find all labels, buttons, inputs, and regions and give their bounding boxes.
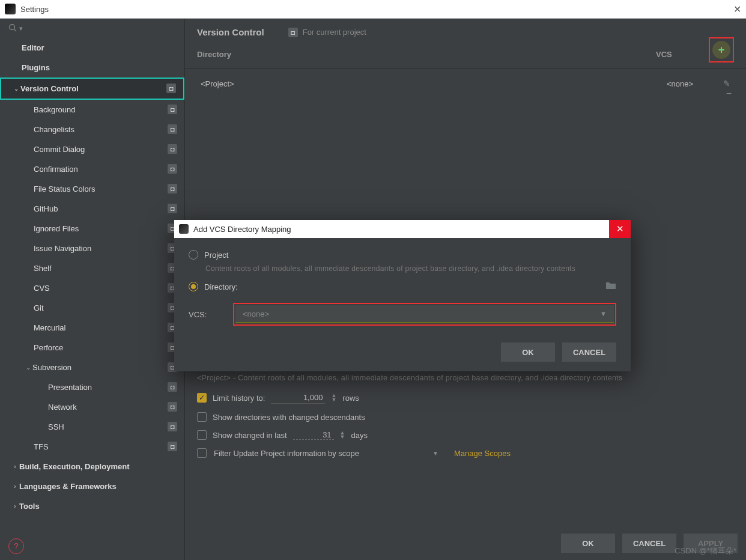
- sidebar-item-label: Network: [48, 403, 77, 412]
- sidebar-item-tfs[interactable]: TFS◘: [0, 437, 184, 457]
- sidebar-item-ssh[interactable]: SSH◘: [0, 417, 184, 437]
- sidebar-item-label: Changelists: [34, 125, 74, 134]
- svg-line-1: [14, 29, 17, 31]
- sidebar-item-confirmation[interactable]: Confirmation◘: [0, 159, 184, 179]
- sidebar-items: EditorPlugins⌄Version Control◘Background…: [0, 38, 184, 532]
- sidebar-item-background[interactable]: Background◘: [0, 100, 184, 120]
- limit-history-input[interactable]: [271, 392, 325, 404]
- apply-button[interactable]: APPLY: [684, 534, 738, 553]
- filter-checkbox[interactable]: [197, 448, 207, 458]
- sidebar-item-plugins[interactable]: Plugins: [0, 58, 184, 78]
- window-title: Settings: [20, 5, 49, 14]
- sidebar-item-label: File Status Colors: [34, 184, 96, 193]
- sidebar-item-languages-frameworks[interactable]: ›Languages & Frameworks: [0, 476, 184, 496]
- sidebar-item-label: Version Control: [20, 84, 79, 93]
- help-button[interactable]: ?: [8, 538, 24, 554]
- modal-logo-icon: [179, 224, 189, 234]
- project-radio-row[interactable]: Project: [189, 250, 616, 260]
- sidebar-item-changelists[interactable]: Changelists◘: [0, 120, 184, 139]
- remove-mapping-button[interactable]: −: [726, 88, 732, 99]
- sidebar-item-editor[interactable]: Editor: [0, 38, 184, 58]
- vcs-table-row[interactable]: <Project> <none> ✎: [185, 69, 746, 98]
- limit-history-row: ✓ Limit history to: ▲▼ rows: [197, 392, 734, 404]
- sidebar-item-cvs[interactable]: CVS◘: [0, 278, 184, 298]
- limit-history-checkbox[interactable]: ✓: [197, 393, 207, 403]
- sidebar-item-file-status-colors[interactable]: File Status Colors◘: [0, 179, 184, 199]
- show-changed-input[interactable]: 31: [293, 430, 334, 440]
- for-project-label: ◘ For current project: [288, 28, 366, 37]
- main-area: ▾ EditorPlugins⌄Version Control◘Backgrou…: [0, 19, 746, 560]
- sidebar-item-build-execution-deployment[interactable]: ›Build, Execution, Deployment: [0, 457, 184, 476]
- project-scope-icon: ◘: [166, 84, 176, 93]
- sidebar-item-label: Shelf: [34, 264, 52, 273]
- chevron-down-icon: ▼: [600, 310, 607, 317]
- directory-radio[interactable]: [189, 282, 198, 291]
- sidebar-item-github[interactable]: GitHub◘: [0, 199, 184, 219]
- sidebar-item-perforce[interactable]: Perforce◘: [0, 338, 184, 358]
- scope-dropdown-icon[interactable]: ▼: [432, 450, 438, 457]
- modal-titlebar: Add VCS Directory Mapping ✕: [174, 220, 631, 238]
- show-changed-checkbox[interactable]: [197, 430, 207, 440]
- vcs-select-row: VCS: <none> ▼: [189, 303, 616, 326]
- sidebar-item-ignored-files[interactable]: Ignored Files◘: [0, 219, 184, 239]
- sidebar-item-network[interactable]: Network◘: [0, 397, 184, 417]
- project-radio[interactable]: [189, 250, 198, 260]
- column-directory: Directory: [197, 50, 656, 59]
- cancel-button[interactable]: CANCEL: [622, 534, 676, 553]
- sidebar-item-mercurial[interactable]: Mercurial◘: [0, 318, 184, 338]
- show-descendants-row: Show directories with changed descendant…: [197, 412, 734, 422]
- folder-icon[interactable]: [605, 281, 616, 292]
- modal-close-button[interactable]: ✕: [609, 220, 631, 238]
- project-scope-icon: ◘: [168, 422, 177, 431]
- modal-ok-button[interactable]: OK: [501, 342, 555, 362]
- add-mapping-button[interactable]: +: [712, 41, 730, 59]
- limit-stepper[interactable]: ▲▼: [331, 394, 336, 402]
- sidebar-search[interactable]: ▾: [0, 19, 184, 38]
- sidebar-item-label: Presentation: [48, 383, 92, 392]
- chevron-icon: ⌄: [24, 364, 32, 371]
- filter-label: Filter Update Project information by sco…: [214, 449, 359, 458]
- window-titlebar: Settings ✕: [0, 0, 746, 19]
- project-scope-icon: ◘: [168, 204, 177, 213]
- dialog-footer: OK CANCEL APPLY: [561, 534, 738, 553]
- chevron-icon: ⌄: [12, 85, 20, 92]
- sidebar-item-label: Subversion: [32, 363, 71, 372]
- sidebar-item-label: Commit Dialog: [34, 145, 85, 154]
- row-directory: <Project>: [201, 79, 667, 88]
- project-scope-icon: ◘: [168, 402, 177, 412]
- manage-scopes-link[interactable]: Manage Scopes: [454, 449, 511, 458]
- days-stepper[interactable]: ▲▼: [340, 431, 345, 439]
- ok-button[interactable]: OK: [561, 534, 615, 553]
- chevron-icon: ›: [11, 503, 19, 510]
- sidebar-item-label: SSH: [48, 422, 64, 431]
- vcs-select[interactable]: <none> ▼: [235, 305, 614, 323]
- sidebar-item-label: Mercurial: [34, 323, 65, 332]
- sidebar-item-tools[interactable]: ›Tools: [0, 496, 184, 516]
- window-close-icon[interactable]: ✕: [733, 4, 741, 15]
- project-scope-icon: ◘: [168, 184, 177, 193]
- limit-unit: rows: [342, 394, 359, 403]
- sidebar-item-label: Tools: [19, 502, 40, 511]
- chevron-icon: ›: [11, 463, 19, 470]
- show-descendants-checkbox[interactable]: [197, 412, 207, 422]
- sidebar-item-label: CVS: [34, 284, 50, 293]
- sidebar-item-label: Plugins: [22, 63, 50, 72]
- add-button-highlight: +: [709, 37, 734, 62]
- sidebar-item-label: Ignored Files: [34, 224, 79, 233]
- sidebar-item-git[interactable]: Git◘: [0, 298, 184, 318]
- edit-icon[interactable]: ✎: [723, 79, 730, 88]
- sidebar-item-shelf[interactable]: Shelf◘: [0, 258, 184, 278]
- vcs-select-value: <none>: [243, 309, 269, 318]
- add-vcs-modal: Add VCS Directory Mapping ✕ Project Cont…: [174, 220, 631, 371]
- project-scope-icon: ◘: [168, 382, 177, 392]
- directory-radio-row[interactable]: Directory:: [189, 281, 616, 292]
- show-descendants-label: Show directories with changed descendant…: [213, 413, 365, 422]
- modal-cancel-button[interactable]: CANCEL: [562, 342, 616, 362]
- project-scope-icon: ◘: [168, 105, 177, 114]
- sidebar-item-subversion[interactable]: ⌄Subversion◘: [0, 358, 184, 377]
- sidebar-item-presentation[interactable]: Presentation◘: [0, 377, 184, 397]
- sidebar-item-issue-navigation[interactable]: Issue Navigation◘: [0, 239, 184, 258]
- sidebar-item-commit-dialog[interactable]: Commit Dialog◘: [0, 139, 184, 159]
- project-scope-icon: ◘: [168, 442, 177, 451]
- sidebar-item-version-control[interactable]: ⌄Version Control◘: [1, 79, 183, 99]
